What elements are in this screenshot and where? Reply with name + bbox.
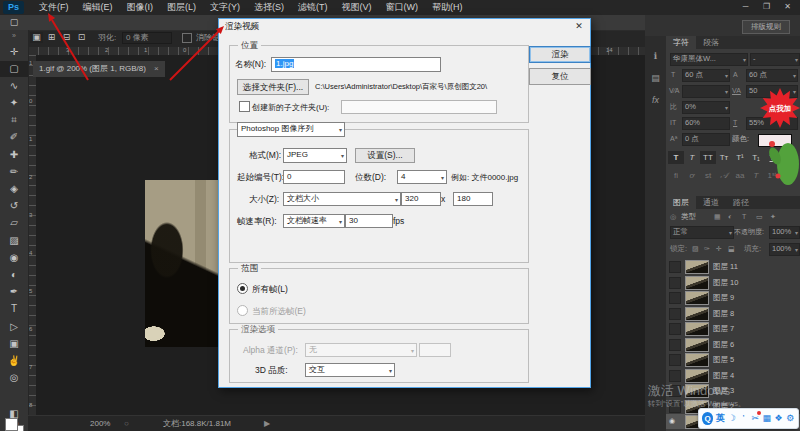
document-tab[interactable]: 1.gif @ 200% (图层 1, RGB/8) × xyxy=(33,61,165,77)
lock-pixels-icon[interactable]: ✑ xyxy=(704,243,710,255)
menu-type[interactable]: 文字(Y) xyxy=(203,0,247,15)
shape-tool-icon[interactable]: ▣ xyxy=(0,336,28,352)
clone-stamp-tool-icon[interactable]: ◈ xyxy=(0,181,28,197)
gradient-tool-icon[interactable]: ▨ xyxy=(0,233,28,249)
pen-tool-icon[interactable]: ✒ xyxy=(0,284,28,300)
layer-row[interactable]: 图层 6 xyxy=(666,337,800,352)
layer-thumbnail[interactable] xyxy=(685,260,709,274)
settings-button[interactable]: 设置(S)... xyxy=(355,148,415,163)
collapse-icon[interactable]: » xyxy=(0,31,28,41)
vertical-scale-input[interactable]: 60% xyxy=(682,117,730,130)
layer-thumbnail[interactable] xyxy=(685,322,709,336)
menu-select[interactable]: 选择(S) xyxy=(247,0,291,15)
rectangular-marquee-tool-icon[interactable]: ▢ xyxy=(0,61,28,77)
zoom-level[interactable]: 200% xyxy=(90,416,110,431)
kerning-select[interactable] xyxy=(682,85,730,98)
current-frames-radio[interactable] xyxy=(237,305,248,316)
ime-punctuation-icon[interactable]: ’ xyxy=(739,409,749,428)
layer-row[interactable]: 图层 7 xyxy=(666,321,800,336)
zoom-tool-icon[interactable]: ◎ xyxy=(0,370,28,386)
menu-file[interactable]: 文件(F) xyxy=(32,0,76,15)
visibility-toggle[interactable] xyxy=(669,323,681,335)
brush-tool-icon[interactable]: ✏ xyxy=(0,164,28,180)
ime-screenshot-icon[interactable]: ✂ xyxy=(750,409,760,428)
quality-select[interactable]: 交互 xyxy=(305,363,395,377)
tab-channels[interactable]: 通道 xyxy=(696,196,726,209)
fps-input[interactable]: 30 xyxy=(345,214,393,228)
font-style-select[interactable]: - xyxy=(750,53,800,66)
baseline-shift-input[interactable]: 0 点 xyxy=(682,133,730,146)
eraser-tool-icon[interactable]: ▱ xyxy=(0,215,28,231)
small-caps-button[interactable]: Tᴛ xyxy=(716,151,732,164)
fill-select[interactable]: 100% xyxy=(769,243,800,256)
ime-toolbox-icon[interactable]: ⚙ xyxy=(785,409,795,428)
name-input[interactable]: 1.jpg xyxy=(271,57,441,72)
visibility-toggle[interactable] xyxy=(669,308,681,320)
blend-mode-select[interactable]: 正常 xyxy=(670,226,734,239)
menu-help[interactable]: 帮助(H) xyxy=(425,0,470,15)
subfolder-input[interactable] xyxy=(341,100,497,114)
stylistic-alternates-button[interactable]: 𝒜 xyxy=(716,169,732,182)
menu-layer[interactable]: 图层(L) xyxy=(160,0,203,15)
eye-icon[interactable]: ◉ xyxy=(669,415,675,427)
select-folder-button[interactable]: 选择文件夹(F)... xyxy=(237,79,309,95)
visibility-toggle[interactable] xyxy=(669,277,681,289)
crop-tool-icon[interactable]: ⌗ xyxy=(0,112,28,128)
info-panel-icon[interactable]: ℹ xyxy=(645,46,666,68)
intersect-selection-icon[interactable]: ⊡ xyxy=(75,32,88,43)
ime-fullwidth-icon[interactable]: ☽ xyxy=(727,409,737,428)
compose-rules-button[interactable]: 排版规则 xyxy=(742,20,790,34)
tab-paths[interactable]: 路径 xyxy=(726,196,756,209)
subtract-selection-icon[interactable]: ⊟ xyxy=(60,32,73,43)
menu-window[interactable]: 窗口(W) xyxy=(379,0,426,15)
layer-thumbnail[interactable] xyxy=(685,338,709,352)
minimize-icon[interactable]: ─ xyxy=(735,0,756,13)
opacity-select[interactable]: 100% xyxy=(769,226,800,239)
subfolder-checkbox[interactable] xyxy=(239,101,250,112)
lock-all-icon[interactable]: ⬓ xyxy=(728,243,735,255)
framerate-select[interactable]: 文档帧速率 xyxy=(283,214,345,228)
filter-pixel-icon[interactable]: ▦ xyxy=(714,211,721,223)
swash-button[interactable]: ơ xyxy=(684,169,700,182)
layer-row[interactable]: 图层 4 xyxy=(666,368,800,383)
properties-panel-icon[interactable]: fx xyxy=(645,90,666,112)
titling-alternates-button[interactable]: aa xyxy=(732,169,748,182)
layer-row[interactable]: 图层 10 xyxy=(666,275,800,290)
type-tool-icon[interactable]: T xyxy=(0,301,28,317)
layer-row[interactable]: 图层 9 xyxy=(666,290,800,305)
ime-skin-icon[interactable]: ❖ xyxy=(774,409,784,428)
visibility-toggle[interactable] xyxy=(669,292,681,304)
output-type-select[interactable]: Photoshop 图像序列 xyxy=(237,122,345,137)
feather-input[interactable]: 0 像素 xyxy=(122,32,172,44)
all-caps-button[interactable]: TT xyxy=(700,151,716,164)
layer-row[interactable]: 图层 3 xyxy=(666,383,800,398)
path-selection-tool-icon[interactable]: ▷ xyxy=(0,319,28,335)
visibility-toggle[interactable] xyxy=(669,385,681,397)
layer-thumbnail[interactable] xyxy=(685,384,709,398)
menu-filter[interactable]: 滤镜(T) xyxy=(291,0,335,15)
leading-select[interactable]: 60 点 xyxy=(746,69,798,82)
layer-thumbnail[interactable] xyxy=(685,291,709,305)
quick-selection-tool-icon[interactable]: ✦ xyxy=(0,95,28,111)
history-brush-tool-icon[interactable]: ↺ xyxy=(0,198,28,214)
dialog-close-icon[interactable]: ✕ xyxy=(572,21,586,31)
layer-thumbnail[interactable] xyxy=(685,353,709,367)
proportional-spacing-select[interactable]: 0% xyxy=(682,101,730,114)
faux-italic-button[interactable]: T xyxy=(684,151,700,164)
ime-keyboard-icon[interactable]: ▦ xyxy=(762,409,772,428)
width-input[interactable]: 320 xyxy=(401,192,441,206)
faux-bold-button[interactable]: T xyxy=(668,151,684,164)
layer-row[interactable]: 图层 11 xyxy=(666,259,800,274)
filter-smart-object-icon[interactable]: ✦ xyxy=(770,211,776,223)
add-selection-icon[interactable]: ⊞ xyxy=(45,32,58,43)
format-select[interactable]: JPEG xyxy=(283,148,347,163)
visibility-toggle[interactable] xyxy=(669,354,681,366)
visibility-toggle[interactable] xyxy=(669,401,681,413)
marquee-tool-icon[interactable]: ▢ xyxy=(5,16,23,29)
blur-tool-icon[interactable]: ◉ xyxy=(0,250,28,266)
tab-paragraph[interactable]: 段落 xyxy=(696,36,726,49)
filter-adjustment-icon[interactable]: ◐ xyxy=(728,211,732,223)
tab-layers[interactable]: 图层 xyxy=(666,196,696,209)
lock-transparency-icon[interactable]: ▨ xyxy=(692,243,699,255)
status-expand-icon[interactable]: ▶ xyxy=(264,416,270,431)
